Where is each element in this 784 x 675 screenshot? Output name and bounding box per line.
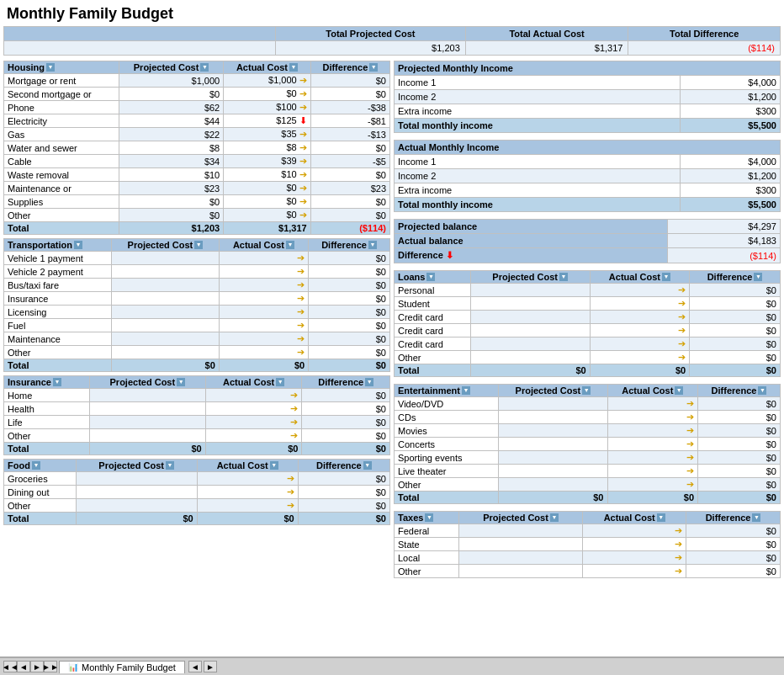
ins-act-drop[interactable]: ▼ [276, 378, 284, 386]
list-item [89, 416, 205, 429]
list-item: Total [395, 364, 471, 377]
loans-act-drop[interactable]: ▼ [662, 273, 670, 281]
loans-table: Loans▼ Projected Cost▼ Actual Cost▼ Diff… [394, 270, 781, 377]
list-item: Other [4, 499, 77, 513]
list-item [470, 324, 590, 338]
trans-proj-drop[interactable]: ▼ [194, 241, 203, 249]
list-item: $0 [219, 359, 308, 372]
taxes-proj-drop[interactable]: ▼ [550, 513, 559, 522]
insurance-dropdown[interactable]: ▼ [53, 378, 61, 386]
housing-diff-dropdown[interactable]: ▼ [369, 63, 378, 72]
list-item: $0 ➔ [224, 195, 310, 209]
list-item: Total [4, 513, 77, 525]
taxes-act-drop[interactable]: ▼ [657, 513, 665, 522]
list-item [499, 397, 607, 411]
list-item: Home [4, 389, 90, 402]
list-item: $10 [119, 168, 223, 182]
list-item: $0 ➔ [224, 88, 310, 101]
projected-balance-value: $4,297 [667, 220, 780, 234]
list-item: $1,200 [680, 90, 780, 104]
list-item: ➔ [205, 389, 302, 402]
list-item: Income 1 [395, 155, 681, 169]
ent-proj-drop[interactable]: ▼ [582, 386, 591, 395]
list-item: Income 1 [395, 76, 681, 90]
list-item: $0 [205, 443, 302, 455]
entertainment-dropdown[interactable]: ▼ [462, 386, 470, 395]
loans-diff-drop[interactable]: ▼ [754, 273, 762, 281]
list-item: $8 [119, 141, 223, 155]
list-item: Groceries [4, 472, 77, 486]
list-item: Credit card [395, 338, 471, 351]
list-item: $0 [698, 478, 781, 492]
list-item: Vehicle 1 payment [4, 252, 112, 265]
list-item: Fuel [4, 319, 112, 332]
ent-act-drop[interactable]: ▼ [675, 386, 683, 395]
list-item: Water and sewer [4, 141, 119, 155]
list-item: $0 [698, 451, 781, 465]
list-item: Health [4, 402, 90, 416]
list-item: $10 ➔ [224, 168, 310, 182]
list-item: $0 [302, 416, 390, 429]
list-item: $0 [686, 565, 781, 578]
list-item [499, 451, 607, 465]
transportation-dropdown[interactable]: ▼ [74, 241, 82, 249]
list-item: Income 2 [395, 90, 681, 104]
loans-proj-drop[interactable]: ▼ [559, 273, 568, 281]
list-item: $0 [310, 74, 389, 88]
list-item [76, 486, 197, 499]
list-item: Waste removal [4, 168, 119, 182]
list-item: Life [4, 416, 90, 429]
ins-diff-drop[interactable]: ▼ [365, 378, 373, 386]
entertainment-title: Entertainment [398, 385, 460, 396]
projected-income-table: Projected Monthly Income Income 1$4,000 … [394, 61, 781, 133]
list-item: ➔ [590, 297, 689, 311]
list-item: Credit card [395, 324, 471, 338]
taxes-dropdown[interactable]: ▼ [425, 513, 433, 522]
housing-actual-dropdown[interactable]: ▼ [289, 63, 298, 72]
food-act-drop[interactable]: ▼ [270, 461, 278, 470]
loans-dropdown[interactable]: ▼ [426, 273, 435, 281]
list-item: Other [395, 351, 471, 364]
list-item: $0 [119, 195, 223, 209]
list-item [112, 306, 220, 319]
food-diff-drop[interactable]: ▼ [363, 461, 372, 470]
list-item: Total monthly income [395, 119, 681, 133]
entertainment-table: Entertainment▼ Projected Cost▼ Actual Co… [394, 384, 781, 504]
trans-act-drop[interactable]: ▼ [286, 241, 294, 249]
food-proj-drop[interactable]: ▼ [166, 461, 174, 470]
food-dropdown[interactable]: ▼ [32, 461, 40, 470]
list-item: $39 ➔ [224, 155, 310, 168]
list-item: ➔ [219, 292, 308, 306]
summary-table: Total Projected Cost Total Actual Cost T… [3, 26, 781, 56]
housing-total-label: Total [4, 222, 119, 235]
trans-diff-drop[interactable]: ▼ [368, 241, 377, 249]
ins-proj-drop[interactable]: ▼ [177, 378, 185, 386]
taxes-table: Taxes▼ Projected Cost▼ Actual Cost▼ Diff… [394, 511, 781, 578]
list-item: Second mortgage or [4, 88, 119, 101]
list-item: ➔ [205, 416, 302, 429]
list-item: ➔ [583, 524, 686, 538]
list-item: Other [395, 478, 499, 492]
list-item [470, 297, 590, 311]
actual-income-table: Actual Monthly Income Income 1$4,000 Inc… [394, 140, 781, 212]
list-item: Other [4, 429, 90, 443]
projected-income-title: Projected Monthly Income [395, 61, 781, 76]
list-item: $0 [302, 429, 390, 443]
list-item: ➔ [205, 402, 302, 416]
list-item: $0 [298, 513, 389, 525]
list-item: Extra income [395, 104, 681, 119]
list-item: $23 [119, 182, 223, 195]
list-item: Bus/taxi fare [4, 279, 112, 292]
list-item: Other [4, 209, 119, 222]
list-item: Student [395, 297, 471, 311]
list-item: ➔ [219, 306, 308, 319]
ent-diff-drop[interactable]: ▼ [758, 386, 766, 395]
housing-projected-dropdown[interactable]: ▼ [200, 63, 209, 72]
taxes-diff-drop[interactable]: ▼ [752, 513, 760, 522]
list-item: Total monthly income [395, 198, 681, 212]
list-item: $44 [119, 114, 223, 128]
list-item: $0 [309, 265, 390, 279]
housing-dropdown[interactable]: ▼ [46, 63, 55, 72]
list-item: $0 [309, 332, 390, 346]
actual-balance-label: Actual balance [395, 234, 668, 248]
